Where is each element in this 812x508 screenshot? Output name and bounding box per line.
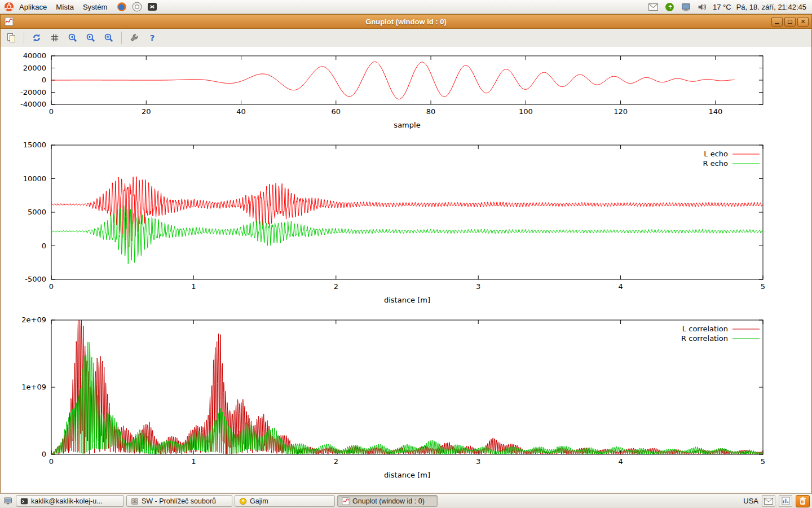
y-tick-label: -20000 (20, 88, 46, 97)
x-axis-label: distance [m] (384, 471, 430, 479)
y-tick-label: -5000 (25, 275, 46, 283)
keyboard-layout-indicator[interactable]: USA (743, 497, 758, 505)
window-controls: ✕ (771, 17, 809, 27)
x-tick-label: 0 (49, 457, 54, 466)
grid-toggle-button[interactable] (47, 30, 62, 45)
x-tick-label: 20 (142, 107, 151, 116)
y-tick-label: 2e+09 (21, 316, 46, 324)
x-axis-label: distance [m] (384, 296, 430, 304)
taskbar-window-terminal[interactable]: kaklik@kaklik-kolej-u... (16, 495, 124, 507)
taskbar-window-label: Gnuplot (window id : 0) (352, 497, 425, 505)
help-button[interactable]: ? (145, 30, 160, 45)
y-tick-label: -40000 (20, 100, 46, 108)
x-tick-label: 120 (614, 107, 628, 116)
x-tick-label: 4 (618, 457, 623, 466)
chart-echo-distance[interactable]: 012345-5000050001000015000distance [m]L … (1, 141, 811, 314)
x-tick-label: 140 (708, 107, 722, 116)
panel-launchers (116, 1, 158, 12)
x-tick-label: 60 (332, 107, 341, 116)
taskbar-window-gajim[interactable]: Gajim (235, 495, 335, 507)
y-tick-label: 0 (42, 242, 46, 250)
show-desktop-button[interactable] (2, 496, 14, 507)
trash-icon[interactable] (796, 495, 810, 507)
zoom-previous-button[interactable] (65, 30, 80, 45)
taskbar: kaklik@kaklik-kolej-u... SW - Prohlížeč … (0, 493, 812, 508)
minimize-icon (775, 19, 779, 24)
x-tick-label: 2 (334, 282, 338, 291)
x-tick-label: 3 (476, 457, 480, 466)
x-tick-label: 0 (49, 282, 54, 291)
chart-chirp-sample[interactable]: 020406080100120140-40000-200000200004000… (1, 47, 811, 141)
x-tick-label: 4 (618, 282, 623, 291)
plot-area: 020406080100120140-40000-200000200004000… (1, 47, 811, 493)
zoom-next-button[interactable] (83, 30, 98, 45)
x-tick-label: 5 (761, 282, 765, 291)
terminal-icon[interactable] (147, 1, 158, 12)
plot-border (51, 320, 763, 454)
config-button[interactable] (127, 30, 142, 45)
copy-button[interactable] (4, 30, 19, 45)
taskbar-window-gnuplot[interactable]: Gnuplot (window id : 0) (337, 495, 438, 507)
y-tick-label: 40000 (23, 51, 46, 60)
y-tick-label: 0 (42, 450, 46, 458)
y-tick-label: 1e+09 (21, 383, 46, 391)
volume-icon[interactable] (696, 1, 708, 12)
help-icon[interactable] (131, 1, 143, 12)
x-tick-label: 5 (761, 457, 765, 466)
y-tick-label: 20000 (23, 64, 46, 72)
taskbar-right-area: USA (743, 495, 810, 507)
maximize-icon (788, 20, 792, 24)
y-tick-label: 0 (42, 76, 46, 84)
toolbar-separator (24, 32, 24, 44)
mail-icon[interactable] (647, 1, 659, 12)
toolbar-separator (121, 32, 122, 44)
x-axis-label: sample (394, 121, 420, 129)
gnuplot-icon (341, 497, 350, 505)
mail-tray-button[interactable] (762, 495, 775, 507)
file-manager-icon (130, 497, 139, 505)
window-title: Gnuplot (window id : 0) (1, 17, 811, 26)
gnuplot-window-icon (3, 16, 15, 27)
x-tick-label: 80 (426, 107, 436, 116)
panel-status-area: 17 °C Pá, 18. září, 21:42:45 (647, 1, 809, 12)
taskbar-window-label: SW - Prohlížeč souborů (142, 497, 216, 505)
gnuplot-tray-icon[interactable] (779, 495, 792, 507)
replot-button[interactable] (29, 30, 44, 45)
temperature-applet[interactable]: 17 °C (713, 3, 731, 11)
gnuplot-toolbar: ? (1, 29, 811, 47)
taskbar-window-file-manager[interactable]: SW - Prohlížeč souborů (126, 495, 232, 507)
display-icon[interactable] (680, 1, 691, 12)
legend-label: L correlation (682, 325, 728, 333)
taskbar-window-label: kaklik@kaklik-kolej-u... (31, 497, 103, 505)
menu-applications[interactable]: Aplikace (15, 1, 51, 13)
x-tick-label: 2 (334, 457, 338, 466)
terminal-icon (20, 497, 28, 505)
legend-label: L echo (704, 150, 728, 158)
menu-places[interactable]: Místa (51, 1, 78, 13)
clock-applet[interactable]: Pá, 18. září, 21:42:45 (736, 3, 806, 11)
gajim-icon (239, 497, 247, 505)
x-tick-label: 40 (236, 107, 246, 116)
x-tick-label: 0 (49, 107, 54, 116)
close-button[interactable]: ✕ (797, 17, 809, 27)
plot-border (51, 145, 763, 279)
firefox-icon[interactable] (116, 1, 127, 12)
y-tick-label: 10000 (23, 174, 46, 183)
legend-label: R correlation (681, 334, 728, 343)
gnuplot-window: Gnuplot (window id : 0) ✕ (0, 14, 812, 493)
ubuntu-logo-icon[interactable] (3, 1, 15, 12)
minimize-button[interactable] (771, 17, 783, 27)
x-tick-label: 3 (476, 282, 480, 291)
legend-label: R echo (703, 159, 728, 168)
top-panel: Aplikace Místa Systém (0, 0, 812, 14)
taskbar-window-label: Gajim (250, 497, 268, 505)
chart-correlation-distance[interactable]: 01234501e+092e+09distance [m]L correlati… (1, 314, 811, 484)
x-tick-label: 1 (191, 457, 196, 466)
autoscale-button[interactable] (102, 30, 116, 45)
window-titlebar[interactable]: Gnuplot (window id : 0) ✕ (1, 15, 811, 29)
x-tick-label: 100 (519, 107, 533, 116)
menu-system[interactable]: Systém (78, 1, 112, 13)
y-tick-label: 15000 (23, 141, 46, 149)
update-icon[interactable] (664, 1, 675, 12)
maximize-button[interactable] (784, 17, 796, 27)
